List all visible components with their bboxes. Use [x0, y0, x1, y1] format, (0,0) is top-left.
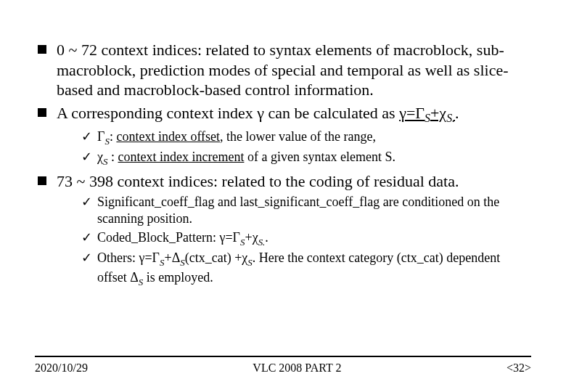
- bullet-list: 0 ~ 72 context indices: related to synta…: [35, 40, 531, 288]
- b2-sub-S2: S.: [446, 112, 455, 124]
- footer-page: <32>: [506, 362, 531, 375]
- sub-list-1: ΓS: context index offset, the lower valu…: [57, 128, 531, 168]
- sub2-item-2: Coded_Block_Pattern: γ=ΓS+χS..: [81, 229, 531, 248]
- bullet-item-1: 0 ~ 72 context indices: related to synta…: [35, 40, 531, 100]
- sub2-item-1: Significant_coeff_flag and last_signific…: [81, 194, 531, 228]
- b2-gamma-eq-Gamma: γ=Γ: [399, 104, 424, 122]
- s3-mid1: +Δ: [165, 250, 181, 265]
- s1-underline: context index offset: [116, 129, 220, 144]
- s2-pre: Coded_Block_Pattern: γ=Γ: [97, 230, 240, 245]
- footer-row: 2020/10/29 VLC 2008 PART 2 <32>: [35, 362, 531, 375]
- footer-divider: [35, 356, 531, 357]
- bullet-1-text: 0 ~ 72 context indices: related to synta…: [57, 41, 509, 99]
- sub2-item-3: Others: γ=ΓS+ΔS(ctx_cat) +χS. Here the c…: [81, 250, 531, 288]
- s1-sym: Γ: [97, 129, 104, 144]
- bullet-3-text: 73 ~ 398 context indices: related to the…: [57, 172, 459, 190]
- b2-plus-chi: +χ: [430, 104, 446, 122]
- s3-sub-S4: S: [139, 276, 143, 287]
- s2-rest: of a given syntax element S.: [244, 150, 395, 164]
- b2-dot: .: [455, 104, 459, 122]
- s2-dot: .: [265, 230, 268, 245]
- sub1-item-1: ΓS: context index offset, the lower valu…: [81, 128, 531, 147]
- s2-underline: context index increment: [118, 150, 245, 164]
- s1-colon: :: [110, 129, 117, 144]
- b2-sub-S1: S: [424, 112, 430, 124]
- footer: 2020/10/29 VLC 2008 PART 2 <32>: [35, 356, 531, 375]
- s2-sym: χ: [97, 150, 103, 164]
- s2-colon: :: [107, 150, 118, 164]
- sub-list-2: Significant_coeff_flag and last_signific…: [57, 194, 531, 288]
- s3-mid2: (ctx_cat) +χ: [185, 250, 248, 265]
- footer-date: 2020/10/29: [35, 362, 88, 375]
- bullet-item-3: 73 ~ 398 context indices: related to the…: [35, 171, 531, 289]
- s2-plus: +χ: [245, 230, 258, 245]
- s1-rest: , the lower value of the range,: [220, 129, 376, 144]
- s2-sub-S2: S.: [258, 236, 266, 247]
- footer-title: VLC 2008 PART 2: [253, 362, 341, 375]
- slide: 0 ~ 72 context indices: related to synta…: [0, 0, 566, 392]
- s3-pre: Others: γ=Γ: [97, 250, 160, 265]
- s3-rest2: is employed.: [147, 270, 213, 285]
- bullet-2-formula: γ=ΓS+χS.: [399, 104, 455, 122]
- bullet-2-pre: A corresponding context index γ can be c…: [57, 104, 399, 122]
- bullet-item-2: A corresponding context index γ can be c…: [35, 103, 531, 168]
- sub1-item-2: χS : context index increment of a given …: [81, 149, 531, 168]
- sub2-s1: Significant_coeff_flag and last_signific…: [97, 195, 499, 226]
